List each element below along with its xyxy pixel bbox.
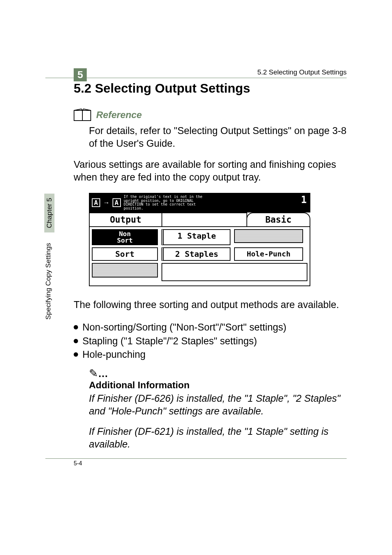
copy-count: 1 bbox=[301, 194, 307, 205]
panel-header: A → A If the original's text is not in t… bbox=[89, 193, 310, 212]
list-item: Stapling ("1 Staple"/"2 Staples" setting… bbox=[74, 335, 347, 348]
panel-message: If the original's text is not in the upr… bbox=[124, 195, 203, 210]
copier-panel-screenshot: A → A If the original's text is not in t… bbox=[89, 193, 310, 286]
sort-button[interactable]: Sort bbox=[92, 247, 158, 261]
tab-output[interactable]: Output bbox=[89, 212, 162, 227]
chapter-number-badge: 5 bbox=[74, 68, 87, 81]
arrow-right-icon: → bbox=[103, 199, 110, 207]
panel-tabs: Output Basic bbox=[89, 212, 310, 227]
methods-list: Non-sorting/Sorting ("Non-Sort"/"Sort" s… bbox=[45, 321, 347, 362]
header-breadcrumb: 5.2 Selecting Output Settings bbox=[257, 68, 347, 76]
page-number: 5-4 bbox=[45, 460, 347, 467]
hole-punch-button[interactable]: Hole-Punch bbox=[234, 247, 303, 261]
tab-basic[interactable]: Basic bbox=[246, 212, 310, 227]
methods-intro: The following three sorting and output m… bbox=[45, 299, 347, 311]
tab-spacer bbox=[162, 212, 247, 227]
blank-area bbox=[162, 263, 307, 281]
bullet-icon bbox=[74, 339, 78, 343]
reference-callout: Reference bbox=[45, 109, 347, 121]
intro-paragraph: Various settings are available for sorti… bbox=[45, 158, 347, 183]
additional-info-body-1: If Finisher (DF-626) is installed, the "… bbox=[45, 392, 347, 417]
two-staples-button[interactable]: 2 Staples bbox=[162, 247, 230, 261]
bullet-icon bbox=[74, 325, 78, 329]
additional-info-body-2: If Finisher (DF-621) is installed, the "… bbox=[45, 425, 347, 450]
ellipsis-icon: … bbox=[98, 368, 110, 379]
page-content: 5 5.2 Selecting Output Settings 5.2 Sele… bbox=[45, 68, 347, 467]
list-item: Hole-punching bbox=[74, 348, 347, 362]
disabled-slot bbox=[234, 229, 303, 243]
header-rule bbox=[45, 78, 347, 78]
one-staple-button[interactable]: 1 Staple bbox=[162, 229, 230, 245]
pencil-note-icon: ✎ bbox=[89, 367, 98, 379]
bullet-text: Stapling ("1 Staple"/"2 Staples" setting… bbox=[82, 335, 257, 348]
bullet-text: Hole-punching bbox=[82, 348, 146, 362]
original-orientation-a2-icon: A bbox=[113, 198, 121, 207]
panel-body: Non Sort 1 Staple Sort 2 Staples Hole-Pu… bbox=[89, 227, 310, 286]
reference-label: Reference bbox=[96, 109, 142, 121]
original-orientation-a-icon: A bbox=[92, 198, 100, 207]
section-heading: 5.2 Selecting Output Settings bbox=[45, 81, 347, 96]
page-header: 5.2 Selecting Output Settings bbox=[45, 68, 347, 76]
bullet-text: Non-sorting/Sorting ("Non-Sort"/"Sort" s… bbox=[82, 321, 286, 335]
book-icon bbox=[74, 109, 91, 121]
list-item: Non-sorting/Sorting ("Non-Sort"/"Sort" s… bbox=[74, 321, 347, 335]
footer-rule bbox=[45, 458, 347, 459]
note-marker: ✎… bbox=[45, 367, 347, 380]
additional-info-heading: Additional Information bbox=[45, 380, 347, 391]
reference-body: For details, refer to "Selecting Output … bbox=[45, 125, 347, 150]
non-sort-button[interactable]: Non Sort bbox=[92, 229, 158, 245]
bullet-icon bbox=[74, 352, 78, 357]
disabled-slot bbox=[92, 263, 158, 278]
